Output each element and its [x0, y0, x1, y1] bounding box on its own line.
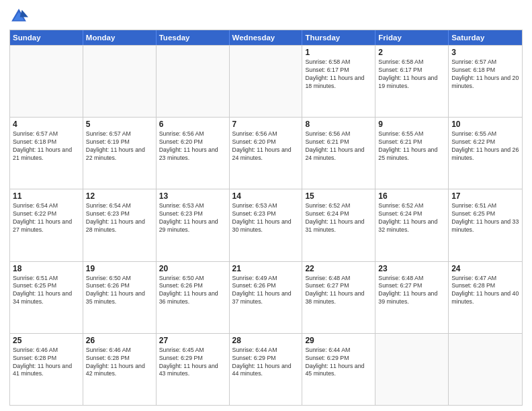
- day-info: Sunrise: 6:48 AM Sunset: 6:27 PM Dayligh…: [378, 275, 445, 307]
- day-cell-23: 23Sunrise: 6:48 AM Sunset: 6:27 PM Dayli…: [375, 262, 449, 333]
- calendar-body: 1Sunrise: 6:58 AM Sunset: 6:17 PM Daylig…: [10, 45, 522, 405]
- day-cell-16: 16Sunrise: 6:52 AM Sunset: 6:24 PM Dayli…: [375, 189, 449, 261]
- calendar-header-row: SundayMondayTuesdayWednesdayThursdayFrid…: [10, 30, 522, 45]
- day-info: Sunrise: 6:56 AM Sunset: 6:20 PM Dayligh…: [159, 130, 226, 163]
- day-cell-13: 13Sunrise: 6:53 AM Sunset: 6:23 PM Dayli…: [157, 189, 230, 261]
- empty-cell: [449, 334, 522, 405]
- day-info: Sunrise: 6:51 AM Sunset: 6:25 PM Dayligh…: [13, 275, 80, 307]
- day-number: 28: [232, 336, 300, 345]
- day-cell-17: 17Sunrise: 6:51 AM Sunset: 6:25 PM Dayli…: [449, 189, 522, 261]
- day-number: 22: [305, 264, 372, 273]
- day-info: Sunrise: 6:45 AM Sunset: 6:29 PM Dayligh…: [159, 347, 226, 379]
- header-cell-wednesday: Wednesday: [230, 30, 303, 45]
- week-row-2: 4Sunrise: 6:57 AM Sunset: 6:18 PM Daylig…: [10, 117, 522, 189]
- day-number: 13: [159, 191, 226, 201]
- day-info: Sunrise: 6:57 AM Sunset: 6:18 PM Dayligh…: [451, 58, 519, 91]
- empty-cell: [375, 334, 449, 405]
- header-cell-thursday: Thursday: [302, 30, 375, 45]
- day-number: 17: [451, 191, 519, 201]
- day-cell-27: 27Sunrise: 6:45 AM Sunset: 6:29 PM Dayli…: [157, 334, 230, 405]
- day-info: Sunrise: 6:56 AM Sunset: 6:21 PM Dayligh…: [305, 130, 372, 163]
- day-number: 2: [378, 48, 445, 57]
- day-cell-21: 21Sunrise: 6:49 AM Sunset: 6:26 PM Dayli…: [230, 262, 303, 333]
- header-cell-sunday: Sunday: [10, 30, 83, 45]
- header-cell-friday: Friday: [375, 30, 449, 45]
- day-cell-18: 18Sunrise: 6:51 AM Sunset: 6:25 PM Dayli…: [10, 262, 83, 333]
- day-info: Sunrise: 6:51 AM Sunset: 6:25 PM Dayligh…: [451, 202, 519, 234]
- day-number: 10: [451, 120, 519, 129]
- day-info: Sunrise: 6:53 AM Sunset: 6:23 PM Dayligh…: [159, 202, 226, 234]
- day-info: Sunrise: 6:55 AM Sunset: 6:21 PM Dayligh…: [378, 130, 445, 163]
- day-info: Sunrise: 6:50 AM Sunset: 6:26 PM Dayligh…: [86, 275, 153, 307]
- day-number: 8: [305, 120, 372, 129]
- day-number: 5: [86, 120, 153, 129]
- day-info: Sunrise: 6:58 AM Sunset: 6:17 PM Dayligh…: [378, 58, 445, 91]
- day-cell-19: 19Sunrise: 6:50 AM Sunset: 6:26 PM Dayli…: [83, 262, 157, 333]
- day-cell-5: 5Sunrise: 6:57 AM Sunset: 6:19 PM Daylig…: [83, 118, 157, 189]
- day-number: 16: [378, 191, 445, 201]
- day-info: Sunrise: 6:52 AM Sunset: 6:24 PM Dayligh…: [378, 202, 445, 234]
- day-info: Sunrise: 6:52 AM Sunset: 6:24 PM Dayligh…: [305, 202, 372, 234]
- day-number: 21: [232, 264, 300, 273]
- day-cell-1: 1Sunrise: 6:58 AM Sunset: 6:17 PM Daylig…: [302, 46, 375, 117]
- day-info: Sunrise: 6:49 AM Sunset: 6:26 PM Dayligh…: [232, 275, 300, 307]
- day-info: Sunrise: 6:46 AM Sunset: 6:28 PM Dayligh…: [86, 347, 153, 379]
- day-number: 29: [305, 336, 372, 345]
- day-cell-10: 10Sunrise: 6:55 AM Sunset: 6:22 PM Dayli…: [449, 118, 522, 189]
- logo: [9, 7, 31, 26]
- week-row-1: 1Sunrise: 6:58 AM Sunset: 6:17 PM Daylig…: [10, 45, 522, 117]
- header-cell-monday: Monday: [83, 30, 157, 45]
- week-row-4: 18Sunrise: 6:51 AM Sunset: 6:25 PM Dayli…: [10, 261, 522, 333]
- day-info: Sunrise: 6:50 AM Sunset: 6:26 PM Dayligh…: [159, 275, 226, 307]
- day-cell-15: 15Sunrise: 6:52 AM Sunset: 6:24 PM Dayli…: [302, 189, 375, 261]
- day-info: Sunrise: 6:56 AM Sunset: 6:20 PM Dayligh…: [232, 130, 300, 163]
- empty-cell: [157, 46, 230, 117]
- day-cell-14: 14Sunrise: 6:53 AM Sunset: 6:23 PM Dayli…: [230, 189, 303, 261]
- day-info: Sunrise: 6:44 AM Sunset: 6:29 PM Dayligh…: [232, 347, 300, 379]
- day-cell-11: 11Sunrise: 6:54 AM Sunset: 6:22 PM Dayli…: [10, 189, 83, 261]
- day-cell-3: 3Sunrise: 6:57 AM Sunset: 6:18 PM Daylig…: [449, 46, 522, 117]
- day-cell-6: 6Sunrise: 6:56 AM Sunset: 6:20 PM Daylig…: [157, 118, 230, 189]
- day-info: Sunrise: 6:44 AM Sunset: 6:29 PM Dayligh…: [305, 347, 372, 379]
- week-row-3: 11Sunrise: 6:54 AM Sunset: 6:22 PM Dayli…: [10, 189, 522, 261]
- day-cell-28: 28Sunrise: 6:44 AM Sunset: 6:29 PM Dayli…: [230, 334, 303, 405]
- day-number: 1: [305, 48, 372, 57]
- day-cell-8: 8Sunrise: 6:56 AM Sunset: 6:21 PM Daylig…: [302, 118, 375, 189]
- day-number: 25: [13, 336, 80, 345]
- empty-cell: [10, 46, 83, 117]
- day-info: Sunrise: 6:57 AM Sunset: 6:18 PM Dayligh…: [13, 130, 80, 163]
- day-number: 15: [305, 191, 372, 201]
- day-number: 24: [451, 264, 519, 273]
- day-number: 20: [159, 264, 226, 273]
- day-number: 14: [232, 191, 300, 201]
- day-info: Sunrise: 6:54 AM Sunset: 6:23 PM Dayligh…: [86, 202, 153, 234]
- header-cell-saturday: Saturday: [449, 30, 522, 45]
- day-info: Sunrise: 6:57 AM Sunset: 6:19 PM Dayligh…: [86, 130, 153, 163]
- day-cell-24: 24Sunrise: 6:47 AM Sunset: 6:28 PM Dayli…: [449, 262, 522, 333]
- day-info: Sunrise: 6:58 AM Sunset: 6:17 PM Dayligh…: [305, 58, 372, 91]
- header: [9, 7, 523, 26]
- day-cell-4: 4Sunrise: 6:57 AM Sunset: 6:18 PM Daylig…: [10, 118, 83, 189]
- day-info: Sunrise: 6:46 AM Sunset: 6:28 PM Dayligh…: [13, 347, 80, 379]
- day-cell-12: 12Sunrise: 6:54 AM Sunset: 6:23 PM Dayli…: [83, 189, 157, 261]
- day-number: 4: [13, 120, 80, 129]
- day-cell-22: 22Sunrise: 6:48 AM Sunset: 6:27 PM Dayli…: [302, 262, 375, 333]
- day-info: Sunrise: 6:53 AM Sunset: 6:23 PM Dayligh…: [232, 202, 300, 234]
- day-cell-25: 25Sunrise: 6:46 AM Sunset: 6:28 PM Dayli…: [10, 334, 83, 405]
- week-row-5: 25Sunrise: 6:46 AM Sunset: 6:28 PM Dayli…: [10, 333, 522, 405]
- logo-icon: [9, 7, 28, 26]
- day-number: 9: [378, 120, 445, 129]
- day-number: 27: [159, 336, 226, 345]
- day-cell-20: 20Sunrise: 6:50 AM Sunset: 6:26 PM Dayli…: [157, 262, 230, 333]
- day-cell-29: 29Sunrise: 6:44 AM Sunset: 6:29 PM Dayli…: [302, 334, 375, 405]
- day-number: 26: [86, 336, 153, 345]
- day-number: 3: [451, 48, 519, 57]
- page: SundayMondayTuesdayWednesdayThursdayFrid…: [0, 0, 532, 411]
- day-info: Sunrise: 6:54 AM Sunset: 6:22 PM Dayligh…: [13, 202, 80, 234]
- empty-cell: [83, 46, 157, 117]
- day-info: Sunrise: 6:55 AM Sunset: 6:22 PM Dayligh…: [451, 130, 519, 163]
- day-info: Sunrise: 6:48 AM Sunset: 6:27 PM Dayligh…: [305, 275, 372, 307]
- svg-marker-2: [20, 10, 28, 17]
- calendar: SundayMondayTuesdayWednesdayThursdayFrid…: [9, 30, 523, 406]
- day-number: 23: [378, 264, 445, 273]
